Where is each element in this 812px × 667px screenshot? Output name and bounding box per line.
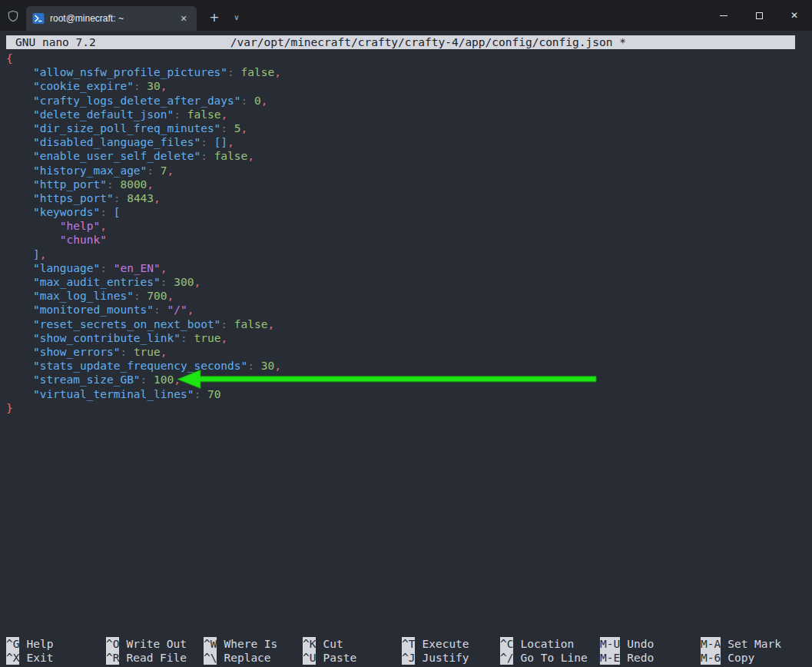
nano-shortcut: M-ERedo	[600, 651, 701, 665]
nano-shortcut: ^XExit	[6, 651, 106, 665]
nano-version-label: GNU nano 7.2	[6, 35, 96, 49]
nano-shortcut: ^CLocation	[500, 637, 600, 651]
nano-shortcut: ^JJustify	[402, 651, 500, 665]
shortcut-label: Go To Line	[520, 652, 587, 664]
nano-shortcut: M-ASet Mark	[701, 637, 806, 651]
code-line: "allow_nsfw_profile_pictures": false,	[6, 65, 281, 79]
nano-shortcut: ^UPaste	[303, 651, 402, 665]
nano-shortcut: ^TExecute	[402, 637, 500, 651]
editor-content: { "allow_nsfw_profile_pictures": false, …	[6, 51, 281, 415]
code-line: "https_port": 8443,	[6, 191, 281, 205]
nano-shortcut: ^OWrite Out	[106, 637, 204, 651]
titlebar: root@minecraft: ~ ✕ + ∨ ✕	[0, 0, 812, 31]
shortcut-label: Redo	[627, 652, 654, 664]
shortcut-label: Read File	[126, 652, 187, 664]
shortcut-key: M-A	[701, 637, 721, 651]
code-line: "monitored_mounts": "/",	[6, 303, 281, 317]
code-line: "help",	[6, 219, 281, 233]
code-line: "show_contribute_link": true,	[6, 331, 281, 345]
code-line: "language": "en_EN",	[6, 261, 281, 275]
minimize-button[interactable]	[706, 0, 741, 31]
shortcut-key: ^O	[106, 637, 119, 651]
window-controls: ✕	[706, 0, 812, 31]
shortcut-row-2: ^XExit^RRead File^\Replace^UPaste^JJusti…	[6, 651, 806, 665]
code-line: }	[6, 401, 281, 415]
shortcut-row-1: ^GHelp^OWrite Out^WWhere Is^KCut^TExecut…	[6, 637, 806, 651]
new-tab-button[interactable]: +	[204, 7, 224, 27]
code-line: "history_max_age": 7,	[6, 164, 281, 178]
maximize-button[interactable]	[741, 0, 777, 31]
shortcut-key: ^K	[303, 637, 316, 651]
shortcut-label: Paste	[323, 652, 356, 664]
code-line: "max_log_lines": 700,	[6, 289, 281, 303]
shortcut-label: Set Mark	[727, 638, 781, 650]
code-line: {	[6, 51, 281, 65]
nano-shortcut: M-6Copy	[701, 651, 806, 665]
nano-shortcut: ^WWhere Is	[204, 637, 303, 651]
shortcut-label: Copy	[727, 652, 754, 664]
nano-shortcut: M-UUndo	[600, 637, 701, 651]
shortcut-key: ^/	[500, 651, 513, 665]
nano-header-spacer	[761, 35, 795, 49]
code-line: "chunk"	[6, 233, 281, 247]
code-line: "delete_default_json": false,	[6, 108, 281, 121]
powershell-icon	[32, 12, 45, 25]
code-line: "http_port": 8000,	[6, 178, 281, 191]
shortcut-label: Cut	[323, 638, 343, 650]
shortcut-label: Help	[26, 638, 53, 650]
shortcut-key: M-6	[701, 651, 721, 665]
code-line: "disabled_language_files": [],	[6, 135, 281, 149]
tab-dropdown-button[interactable]: ∨	[227, 7, 246, 27]
code-line: "reset_secrets_on_next_boot": false,	[6, 317, 281, 331]
code-line: "dir_size_poll_freq_minutes": 5,	[6, 121, 281, 135]
admin-shield-icon	[6, 9, 20, 23]
nano-file-path: /var/opt/minecraft/crafty/crafty-4/app/c…	[96, 35, 761, 49]
shortcut-key: M-E	[600, 651, 620, 665]
shortcut-key: ^\	[204, 651, 217, 665]
minimize-icon	[720, 15, 727, 16]
shortcut-label: Write Out	[126, 638, 187, 650]
terminal-tab[interactable]: root@minecraft: ~ ✕	[26, 6, 197, 31]
terminal-window: root@minecraft: ~ ✕ + ∨ ✕ GNU nano 7.2 /…	[0, 0, 812, 667]
tab-close-button[interactable]: ✕	[177, 12, 191, 25]
code-line: ],	[6, 247, 281, 261]
shortcut-key: ^C	[500, 637, 513, 651]
nano-shortcut: ^RRead File	[106, 651, 204, 665]
code-line: "show_errors": true,	[6, 345, 281, 359]
close-button[interactable]: ✕	[777, 0, 812, 31]
shortcut-label: Replace	[224, 652, 270, 664]
shortcut-key: ^J	[402, 651, 415, 665]
code-line: "crafty_logs_delete_after_days": 0,	[6, 94, 281, 108]
shortcut-key: ^W	[204, 637, 217, 651]
code-line: "cookie_expire": 30,	[6, 79, 281, 93]
nano-shortcut: ^GHelp	[6, 637, 106, 651]
nano-titlebar: GNU nano 7.2 /var/opt/minecraft/crafty/c…	[6, 35, 795, 49]
shortcut-key: ^T	[402, 637, 415, 651]
shortcut-label: Justify	[422, 652, 469, 664]
shortcut-key: ^X	[6, 651, 19, 665]
code-line: "stream_size_GB": 100,	[6, 373, 281, 387]
shortcut-key: ^G	[6, 637, 19, 651]
nano-shortcut-bar: ^GHelp^OWrite Out^WWhere Is^KCut^TExecut…	[6, 637, 806, 665]
shortcut-label: Where Is	[224, 638, 277, 650]
maximize-icon	[756, 12, 763, 19]
shortcut-label: Execute	[422, 638, 469, 650]
shortcut-key: ^R	[106, 651, 119, 665]
shortcut-key: ^U	[303, 651, 316, 665]
shortcut-label: Undo	[627, 638, 654, 650]
code-line: "max_audit_entries": 300,	[6, 275, 281, 289]
terminal-screen[interactable]: GNU nano 7.2 /var/opt/minecraft/crafty/c…	[0, 31, 812, 667]
shortcut-label: Location	[520, 638, 574, 650]
shortcut-key: M-U	[600, 637, 620, 651]
nano-shortcut: ^/Go To Line	[500, 651, 600, 665]
code-line: "stats_update_frequency_seconds": 30,	[6, 359, 281, 373]
close-icon: ✕	[790, 10, 798, 21]
code-line: "enable_user_self_delete": false,	[6, 149, 281, 163]
tab-title: root@minecraft: ~	[50, 13, 172, 24]
nano-shortcut: ^\Replace	[204, 651, 303, 665]
nano-shortcut: ^KCut	[303, 637, 402, 651]
shortcut-label: Exit	[26, 652, 53, 664]
code-line: "virtual_terminal_lines": 70	[6, 387, 281, 401]
code-line: "keywords": [	[6, 205, 281, 219]
